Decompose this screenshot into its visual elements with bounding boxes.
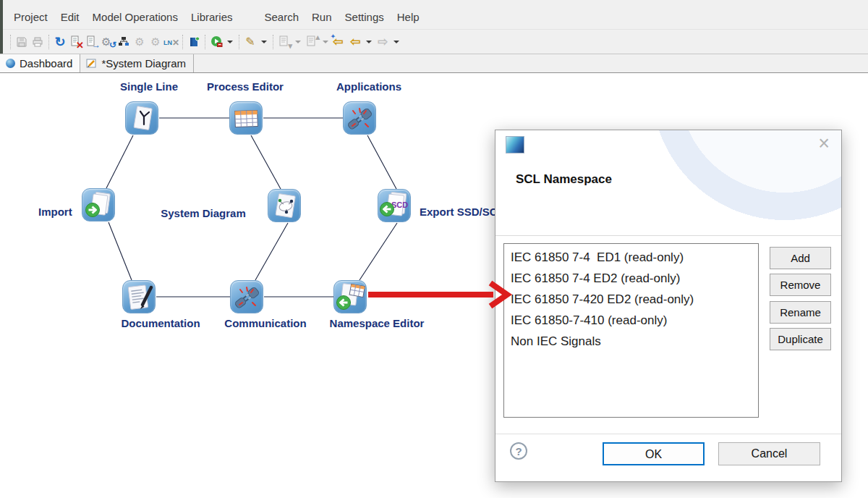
list-item[interactable]: IEC 61850 7-4 ED2 (read-only) [504,268,758,289]
plug-icon [231,281,264,314]
menu-edit[interactable]: Edit [54,9,86,25]
diagram-editor-icon [86,58,97,69]
back-dropdown-icon[interactable] [366,41,372,43]
refresh-icon[interactable]: ↻ [52,33,68,51]
tab-label: *System Diagram [101,57,186,69]
dashboard-node-system-diagram[interactable] [268,189,301,222]
toolbar-separator [273,35,273,49]
tab-label: Dashboard [20,57,72,69]
network-doc-icon [268,190,302,223]
scl-namespace-dialog: × SCL Namespace IEC 61850 7-4 ED1 (read-… [495,130,842,482]
tool-disabled-icon[interactable]: ⚙ [132,33,148,51]
import-doc-icon[interactable]: ▴ [304,33,320,51]
node-label-process-editor: Process Editor [207,80,284,93]
import-dropdown-icon[interactable] [323,41,328,43]
node-label-documentation: Documentation [121,317,200,329]
save-icon[interactable] [14,33,30,51]
namespace-list[interactable]: IEC 61850 7-4 ED1 (read-only) IEC 61850 … [503,243,759,418]
run-dropdown-icon[interactable] [227,41,233,43]
tab-bar: Dashboard *System Diagram [0,54,868,73]
dashboard-node-single-line[interactable] [125,101,158,135]
import-item-icon[interactable]: → [84,33,100,51]
footer-divider [495,434,841,434]
dashboard-node-export[interactable]: SCD [378,189,411,222]
export-doc-icon[interactable]: ▾ [276,33,292,51]
close-icon[interactable]: × [818,132,830,155]
toolbar-separator [10,35,11,49]
globe-icon [6,59,15,68]
cancel-button[interactable]: Cancel [718,442,820,465]
toolbar: ↻ ✕ → ⚙↺ ⚙ ⚙ LN✕ ✎ ▾ [3,29,868,54]
dashboard-node-applications[interactable] [343,101,376,135]
update-tool-icon[interactable]: ⚙↺ [100,33,116,51]
export-dropdown-icon[interactable] [295,41,301,43]
toolbar-separator [239,35,239,49]
list-item[interactable]: IEC 61850-7-410 (read-only) [504,310,758,331]
toolbar-separator [182,35,183,49]
node-label-communication: Communication [224,317,306,329]
menu-help[interactable]: Help [391,9,426,25]
tab-system-diagram[interactable]: *System Diagram [80,54,194,72]
menu-project[interactable]: Project [7,9,54,25]
node-label-import: Import [38,206,72,218]
run-locked-icon[interactable] [208,33,224,51]
forward-icon[interactable]: ⇨ [375,33,391,51]
back-icon[interactable]: ⇦ [347,33,363,51]
delete-item-icon[interactable]: ✕ [68,33,84,51]
menu-bar: Project Edit Model Operations Libraries … [3,0,868,29]
library-book-icon[interactable] [186,33,202,51]
plug-icon [344,102,377,135]
help-icon[interactable]: ? [510,442,527,460]
menu-settings[interactable]: Settings [339,9,391,25]
duplicate-button[interactable]: Duplicate [770,328,831,350]
dashboard-node-process-editor[interactable] [229,101,263,135]
menu-run[interactable]: Run [305,9,339,25]
list-item[interactable]: Non IEC Signals [504,331,758,352]
node-label-system-diagram: System Diagram [161,207,246,219]
add-button[interactable]: Add [770,247,831,269]
node-label-single-line: Single Line [120,80,178,93]
toolbar-separator [48,35,49,49]
list-item[interactable]: IEC 61850 7-420 ED2 (read-only) [504,289,758,310]
toolbar-separator [205,35,205,49]
list-item[interactable]: IEC 61850 7-4 ED1 (read-only) [504,247,758,268]
dialog-title: SCL Namespace [516,172,612,187]
ok-button[interactable]: OK [603,442,705,465]
marker-pen-icon[interactable]: ✎ [242,33,258,51]
export-scd-icon: SCD [378,190,412,223]
import-doc-arrow-icon [82,189,116,222]
node-label-applications: Applications [336,80,401,93]
dialog-header: × SCL Namespace [495,130,841,236]
tab-dashboard[interactable]: Dashboard [0,54,80,72]
menu-search[interactable]: Search [258,9,305,25]
dashboard-node-communication[interactable] [230,280,263,313]
dashboard-node-documentation[interactable] [122,280,156,313]
app-icon [506,136,524,153]
forward-dropdown-icon[interactable] [393,41,399,43]
pen-dropdown-icon[interactable] [261,41,267,43]
menu-model-operations[interactable]: Model Operations [86,9,184,25]
rename-button[interactable]: Rename [770,301,831,324]
menu-libraries[interactable]: Libraries [184,9,239,25]
node-label-export: Export SSD/SC [420,206,498,218]
dashboard-node-namespace-editor[interactable] [333,280,367,313]
node-label-namespace-editor: Namespace Editor [330,317,425,329]
dashboard-node-import[interactable] [82,188,115,221]
process-table-icon [230,102,263,135]
application-window: Project Edit Model Operations Libraries … [0,0,868,498]
tool-disabled-icon-2[interactable]: ⚙ [148,33,163,51]
single-line-icon [126,102,159,135]
print-icon[interactable] [30,33,46,51]
back-annotate-icon[interactable]: ⇦✦ [331,33,347,51]
remove-button[interactable]: Remove [770,274,831,296]
document-pen-icon [123,281,156,314]
ln-remove-icon[interactable]: LN✕ [163,33,179,51]
hierarchy-update-icon[interactable] [116,33,132,51]
namespace-table-icon [334,281,367,314]
